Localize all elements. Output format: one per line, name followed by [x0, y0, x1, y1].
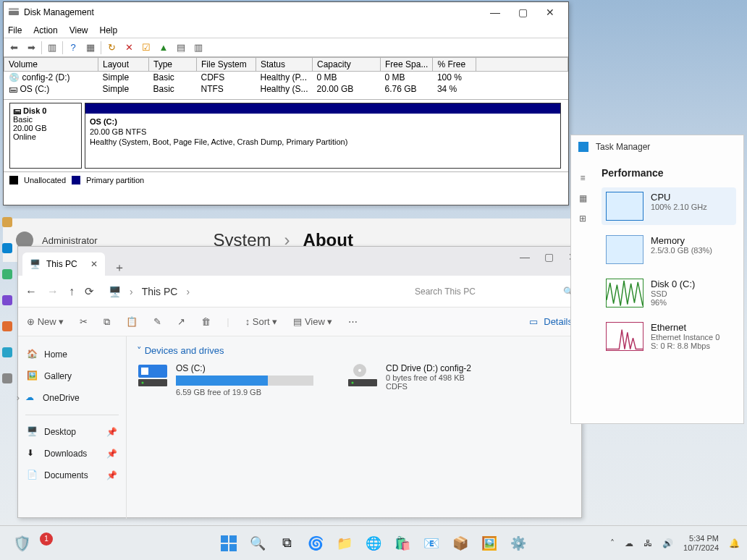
- outlook-button[interactable]: 📧: [422, 534, 441, 553]
- tm-titlebar[interactable]: Task Manager: [571, 135, 743, 158]
- dm-title-text: Disk Management: [24, 7, 94, 17]
- delete-icon[interactable]: ✕: [122, 42, 136, 53]
- drive-os-c[interactable]: OS (C:) 6.59 GB free of 19.9 GB: [137, 363, 325, 396]
- menu-view[interactable]: View: [69, 25, 88, 35]
- photos-button[interactable]: 🖼️: [480, 534, 499, 553]
- partition-box[interactable]: OS (C:) 20.00 GB NTFS Healthy (System, B…: [85, 103, 561, 169]
- dm-titlebar[interactable]: Disk Management — ▢ ✕: [4, 2, 568, 22]
- back-icon[interactable]: ⬅: [7, 42, 21, 53]
- store-button[interactable]: 🛍️: [393, 534, 412, 553]
- show-hide-icon[interactable]: ▥: [45, 42, 59, 53]
- volume-tray-icon[interactable]: 🔊: [662, 538, 673, 548]
- tm-card-cpu[interactable]: CPU100% 2.10 GHz: [602, 187, 736, 225]
- notifications-icon[interactable]: 🔔: [729, 538, 740, 548]
- check-icon[interactable]: ☑: [139, 42, 153, 53]
- table-row[interactable]: 🖴OS (C:) Simple Basic NTFS Healthy (S...…: [4, 83, 568, 95]
- start-button[interactable]: [219, 534, 238, 553]
- disk-header[interactable]: 🖴 Disk 0 Basic 20.00 GB Online: [9, 103, 82, 169]
- maximize-button[interactable]: ▢: [544, 251, 554, 263]
- tm-section-title: Performance: [602, 167, 736, 179]
- sidebar-item-onedrive[interactable]: ›☁OneDrive: [22, 387, 122, 409]
- cut-icon[interactable]: ✂: [80, 316, 88, 327]
- rename-icon[interactable]: ✎: [153, 316, 161, 327]
- svg-rect-13: [229, 544, 237, 551]
- forward-icon[interactable]: ➡: [24, 42, 38, 53]
- explorer-addressbar: ← → ↑ ⟳ 🖥️ › This PC › Search This PC 🔍: [18, 276, 581, 307]
- delete-icon[interactable]: 🗑: [201, 316, 211, 327]
- props2-icon[interactable]: ▥: [191, 42, 206, 53]
- copilot-button[interactable]: 🌀: [306, 534, 325, 553]
- search-input[interactable]: Search This PC 🔍: [415, 287, 574, 297]
- edge-button[interactable]: 🌐: [364, 534, 383, 553]
- svg-rect-11: [229, 535, 237, 543]
- taskview-button[interactable]: ⧉: [277, 534, 296, 553]
- col-capacity[interactable]: Capacity: [313, 58, 381, 72]
- new-button[interactable]: ⊕ New ▾: [27, 316, 64, 327]
- breadcrumb[interactable]: 🖥️ › This PC ›: [109, 286, 190, 297]
- settings-button[interactable]: ⚙️: [509, 534, 528, 553]
- menu-help[interactable]: Help: [100, 25, 118, 35]
- sidebar-item-documents[interactable]: 📄Documents📌: [22, 464, 122, 486]
- tray-chevron-icon[interactable]: ˄: [610, 538, 615, 548]
- memory-chart-icon: [606, 235, 643, 264]
- props-icon[interactable]: ▦: [83, 42, 98, 53]
- system-tray: ˄ ☁ 🖧 🔊 5:34 PM 10/7/2024 🔔: [610, 534, 740, 553]
- new-tab-button[interactable]: ＋: [114, 260, 125, 276]
- tm-card-ethernet[interactable]: EthernetEthernet Instance 0S: 0 R: 8.8 M…: [602, 318, 736, 355]
- minimize-button[interactable]: —: [481, 7, 509, 18]
- col-volume[interactable]: Volume: [4, 58, 98, 72]
- explorer-nav: 🏠Home 🖼️Gallery ›☁OneDrive 🖥️Desktop📌 ⬇D…: [18, 336, 127, 519]
- list-icon[interactable]: ▤: [174, 42, 188, 53]
- explorer-button[interactable]: 📁: [335, 534, 354, 553]
- col-layout[interactable]: Layout: [98, 58, 149, 72]
- tab-this-pc[interactable]: 🖥️ This PC ✕: [22, 253, 105, 276]
- app-button[interactable]: 📦: [451, 534, 470, 553]
- details-button[interactable]: ▭ Details: [529, 316, 573, 327]
- tm-card-memory[interactable]: Memory2.5/3.0 GB (83%): [602, 231, 736, 268]
- up-icon[interactable]: ↑: [69, 285, 75, 298]
- sidebar-item-desktop[interactable]: 🖥️Desktop📌: [22, 421, 122, 443]
- col-status[interactable]: Status: [256, 58, 313, 72]
- tm-sidebar: ≡ ▦ ⊞: [571, 158, 594, 423]
- minimize-button[interactable]: —: [520, 251, 530, 263]
- group-devices[interactable]: ˅ Devices and drives: [137, 345, 571, 356]
- sort-button[interactable]: ↕ Sort ▾: [245, 316, 278, 327]
- paste-icon[interactable]: 📋: [126, 316, 138, 327]
- close-button[interactable]: ✕: [536, 7, 564, 18]
- maximize-button[interactable]: ▢: [509, 7, 536, 18]
- network-tray-icon[interactable]: 🖧: [643, 538, 652, 548]
- forward-icon[interactable]: →: [47, 285, 59, 298]
- performance-icon[interactable]: ⊞: [579, 213, 586, 224]
- volume-table: Volume Layout Type File System Status Ca…: [4, 57, 568, 95]
- drive-cd-d[interactable]: CD Drive (D:) config-2 0 bytes free of 4…: [347, 363, 535, 396]
- onedrive-tray-icon[interactable]: ☁: [625, 538, 633, 548]
- processes-icon[interactable]: ▦: [579, 193, 587, 203]
- widgets-button[interactable]: 🛡️ 1: [13, 535, 44, 552]
- table-row[interactable]: 💿config-2 (D:) Simple Basic CDFS Healthy…: [4, 72, 568, 84]
- menu-icon[interactable]: ≡: [580, 173, 585, 183]
- tm-card-disk[interactable]: Disk 0 (C:)SSD96%: [602, 274, 736, 312]
- sidebar-item-downloads[interactable]: ⬇Downloads📌: [22, 443, 122, 464]
- taskbar-clock[interactable]: 5:34 PM 10/7/2024: [683, 534, 719, 553]
- pc-icon: 🖥️: [30, 259, 41, 269]
- close-tab-icon[interactable]: ✕: [90, 259, 98, 269]
- copy-icon[interactable]: ⧉: [104, 316, 110, 328]
- share-icon[interactable]: ↗: [177, 316, 185, 327]
- sidebar-item-home[interactable]: 🏠Home: [22, 344, 122, 365]
- refresh-icon[interactable]: ⟳: [85, 285, 94, 298]
- back-icon[interactable]: ←: [25, 285, 37, 298]
- col-free[interactable]: Free Spa...: [381, 58, 433, 72]
- menu-action[interactable]: Action: [33, 25, 57, 35]
- col-pct[interactable]: % Free: [433, 58, 476, 72]
- sidebar-item-gallery[interactable]: 🖼️Gallery: [22, 365, 122, 387]
- col-type[interactable]: Type: [149, 58, 197, 72]
- chevron-right-icon: ›: [130, 286, 133, 297]
- col-fs[interactable]: File System: [197, 58, 256, 72]
- menu-file[interactable]: File: [8, 25, 22, 35]
- up-icon[interactable]: ▲: [156, 42, 171, 53]
- more-icon[interactable]: ⋯: [348, 316, 358, 327]
- view-button[interactable]: ▤ View ▾: [293, 316, 332, 327]
- refresh-icon[interactable]: ↻: [104, 42, 119, 53]
- search-button[interactable]: 🔍: [248, 534, 267, 553]
- help-icon[interactable]: ?: [66, 42, 80, 53]
